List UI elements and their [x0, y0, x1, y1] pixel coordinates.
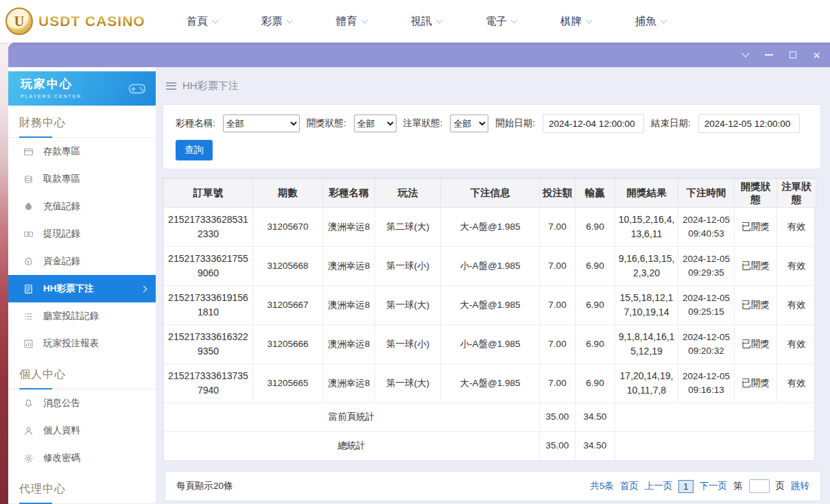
- page-total-row: 當前頁統計 35.00 34.50: [164, 403, 816, 432]
- order-status-select[interactable]: 全部: [450, 115, 488, 132]
- next-page-link[interactable]: 下一页: [700, 480, 728, 492]
- prev-page-link[interactable]: 上一页: [645, 480, 673, 492]
- pagination-bar: 每頁顯示20條 共5条 首页 上一页 1 下一页 第 页 跳转: [165, 471, 821, 501]
- app-window: × 玩家中心 PLAYERS CENTER 財務中心存款專區取款專區充值記錄提現…: [8, 43, 830, 504]
- nav-item-live-video[interactable]: 視訊: [411, 14, 442, 29]
- section-title: 財務中心: [8, 106, 156, 138]
- cell-play-type: 第一球(大): [375, 286, 441, 325]
- page-total-winloss: 34.50: [576, 403, 615, 432]
- lottery-name-select[interactable]: 全部: [223, 115, 300, 132]
- sidebar-item-label: 提現記錄: [43, 228, 80, 240]
- nav-item-label: 電子: [486, 14, 507, 29]
- table-totals: 當前頁統計 35.00 34.50 總統計 35.00 34.50: [164, 403, 816, 461]
- cell-draw-status: 已開獎: [735, 286, 777, 325]
- cell-period: 31205666: [253, 325, 323, 364]
- top-bar: U USDT CASINO 首頁彩票體育視訊電子棋牌捕魚: [0, 0, 830, 43]
- window-titlebar: ×: [8, 43, 830, 67]
- sidebar-item-change-password[interactable]: 修改密碼: [8, 444, 156, 472]
- cell-order-number: 2152173336163229350: [164, 325, 253, 364]
- logo-text: USDT CASINO: [38, 13, 145, 29]
- jump-link[interactable]: 跳转: [791, 480, 809, 492]
- col-header-lottery-name: 彩種名稱: [323, 179, 375, 208]
- table-row: 215217333616322935031205666澳洲幸运8第一球(小)小-…: [164, 325, 816, 364]
- col-header-order-status: 注單狀態: [777, 179, 816, 208]
- nav-item-egames[interactable]: 電子: [486, 14, 517, 29]
- sidebar-item-label: 資金記錄: [43, 255, 80, 267]
- end-date-input[interactable]: [698, 114, 800, 133]
- funds-record-icon: [23, 256, 34, 267]
- nav-item-lottery[interactable]: 彩票: [261, 14, 292, 29]
- gamepad-icon: [127, 80, 147, 100]
- cell-bet-info: 小-A盤@1.985: [441, 325, 540, 364]
- cell-bet-time: 2024-12-05 09:20:32: [678, 325, 735, 364]
- order-status-label: 注單狀態:: [403, 117, 443, 130]
- maximize-icon[interactable]: [790, 51, 796, 58]
- sidebar-item-announcements[interactable]: 消息公告: [8, 389, 156, 417]
- cell-bet-info: 大-A盤@1.985: [441, 286, 540, 325]
- cell-period: 31205670: [253, 208, 323, 247]
- nav-item-fishing[interactable]: 捕魚: [635, 14, 666, 29]
- close-icon[interactable]: ×: [813, 49, 820, 62]
- page-suffix: 页: [776, 480, 785, 492]
- chevron-down-icon: [361, 16, 368, 23]
- nav-item-home[interactable]: 首頁: [187, 14, 217, 29]
- sidebar-header: 玩家中心 PLAYERS CENTER: [8, 71, 156, 106]
- minimize-icon[interactable]: [765, 54, 773, 56]
- page-jump-input[interactable]: [749, 479, 770, 493]
- cell-lottery-name: 澳洲幸运8: [323, 208, 375, 247]
- cell-lottery-name: 澳洲幸运8: [323, 247, 375, 286]
- cell-lottery-name: 澳洲幸运8: [323, 325, 375, 364]
- filter-panel: 彩種名稱: 全部 開獎狀態: 全部 注單狀態: 全部 開始日期: 結束日期:: [163, 104, 821, 169]
- cell-lottery-name: 澳洲幸运8: [323, 364, 375, 403]
- cell-order-number: 2152173336217559060: [164, 247, 253, 286]
- lottery-name-label: 彩種名稱:: [176, 117, 215, 130]
- first-page-link[interactable]: 首页: [620, 480, 639, 492]
- sidebar-item-label: 存款專區: [43, 145, 80, 158]
- nav-item-label: 捕魚: [635, 14, 656, 29]
- logo[interactable]: U USDT CASINO: [5, 8, 145, 35]
- cell-bet-info: 大-A盤@1.985: [441, 208, 540, 247]
- search-button[interactable]: 查詢: [176, 140, 213, 160]
- lottery-bet-icon: [23, 283, 34, 294]
- page-total-label: 當前頁統計: [164, 403, 540, 432]
- grand-total-label: 總統計: [164, 432, 540, 461]
- sidebar-item-deposit[interactable]: 存款專區: [8, 138, 156, 165]
- top-nav: 首頁彩票體育視訊電子棋牌捕魚: [187, 14, 666, 29]
- cell-win-loss: 6.90: [576, 364, 615, 403]
- sidebar-item-withdrawal-record[interactable]: 提現記錄: [8, 220, 156, 248]
- sidebar: 玩家中心 PLAYERS CENTER 財務中心存款專區取款專區充值記錄提現記錄…: [8, 67, 156, 504]
- sidebar-item-recharge-record[interactable]: 充值記錄: [8, 193, 156, 220]
- sidebar-item-profile[interactable]: 個人資料: [8, 417, 156, 444]
- cell-lottery-name: 澳洲幸运8: [323, 286, 375, 325]
- sidebar-item-funds-record[interactable]: 資金記錄: [8, 248, 156, 275]
- cell-play-type: 第二球(大): [375, 208, 441, 247]
- sidebar-item-withdraw[interactable]: 取款專區: [8, 165, 156, 193]
- sidebar-item-hh-lottery-bet[interactable]: HH彩票下注: [8, 275, 156, 302]
- room-record-icon: [23, 311, 34, 322]
- col-header-draw-result: 開獎結果: [615, 179, 678, 208]
- start-date-input[interactable]: [543, 114, 644, 133]
- profile-icon: [23, 425, 34, 436]
- sidebar-item-player-bet-report[interactable]: 玩家投注報表: [8, 330, 156, 357]
- bets-table-card: 訂單號期數彩種名稱玩法下注信息投注額輸贏開獎結果下注時間開獎狀態注單狀態 215…: [163, 178, 815, 461]
- sidebar-item-room-bet-record[interactable]: 廳室投註記錄: [8, 302, 156, 330]
- nav-item-label: 體育: [336, 14, 357, 29]
- cell-order-status: 有效: [777, 364, 816, 403]
- cell-order-status: 有效: [777, 286, 816, 325]
- nav-item-label: 棋牌: [560, 14, 582, 29]
- chevron-down-icon[interactable]: [742, 49, 749, 57]
- section-title: 個人中心: [8, 357, 156, 389]
- nav-item-sports[interactable]: 體育: [336, 14, 367, 29]
- section-title: 代理中心: [8, 472, 156, 504]
- cell-order-status: 有效: [777, 325, 816, 364]
- grand-total-amount: 35.00: [540, 432, 576, 461]
- cell-draw-result: 10,15,2,16,4,13,6,11: [615, 208, 678, 247]
- sidebar-item-label: 充值記錄: [43, 200, 80, 213]
- nav-item-board-games[interactable]: 棋牌: [560, 14, 591, 29]
- hamburger-icon[interactable]: [166, 82, 176, 90]
- cell-draw-status: 已開獎: [735, 364, 777, 403]
- page-total-amount: 35.00: [540, 403, 576, 432]
- deposit-icon: [23, 146, 34, 157]
- col-header-period: 期數: [253, 179, 323, 208]
- draw-status-select[interactable]: 全部: [354, 115, 396, 132]
